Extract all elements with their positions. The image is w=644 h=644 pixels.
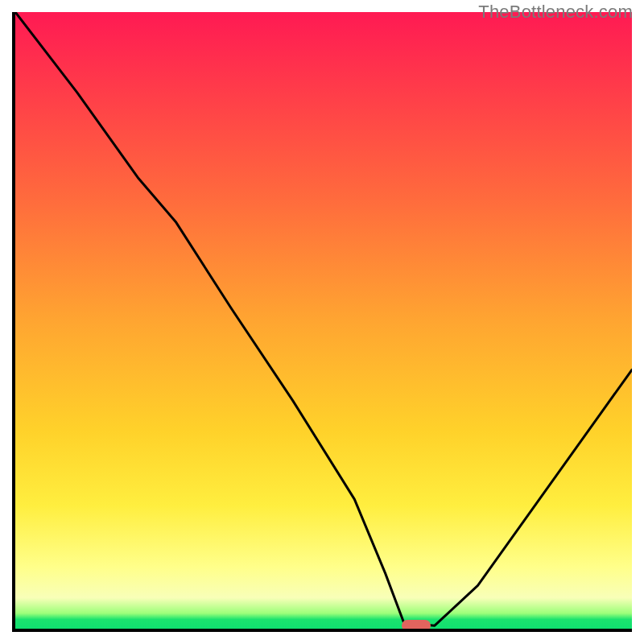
watermark-text: TheBottleneck.com [478,2,633,23]
null-point-marker [402,620,431,631]
bottleneck-curve [15,12,632,629]
plot-area [12,12,632,632]
bottleneck-chart: TheBottleneck.com [0,0,644,644]
